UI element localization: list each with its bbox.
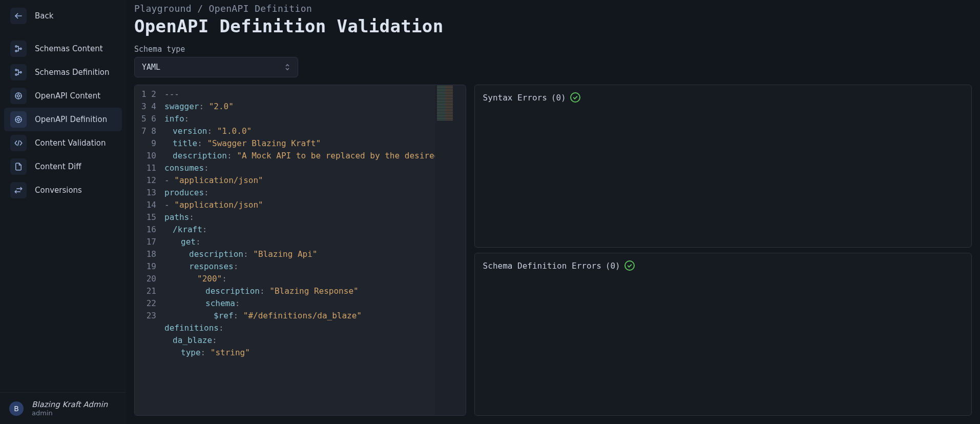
svg-point-10 xyxy=(17,118,20,121)
svg-point-5 xyxy=(15,74,17,75)
avatar: B xyxy=(9,401,24,416)
swap-icon xyxy=(10,182,27,198)
openapi-definition-icon xyxy=(10,111,27,128)
sidebar-item-conversions[interactable]: Conversions xyxy=(4,178,122,202)
user-name: Blazing Kraft Admin xyxy=(32,400,108,409)
file-diff-icon xyxy=(10,158,27,175)
sidebar-item-schemas-content[interactable]: Schemas Content xyxy=(4,37,122,60)
editor-minimap[interactable] xyxy=(435,85,466,415)
sidebar-item-label: Content Validation xyxy=(35,138,106,148)
sidebar-item-label: OpenAPI Definition xyxy=(35,115,107,124)
sidebar-item-content-validation[interactable]: Content Validation xyxy=(4,131,122,155)
sidebar-item-content-diff[interactable]: Content Diff xyxy=(4,155,122,178)
sidebar-item-openapi-definition[interactable]: OpenAPI Definition xyxy=(4,108,122,131)
editor-code[interactable]: --- swagger: "2.0" info: version: "1.0.0… xyxy=(162,85,435,415)
svg-point-2 xyxy=(15,50,17,52)
breadcrumb[interactable]: Playground / OpenAPI Definition xyxy=(134,3,972,14)
sidebar-item-label: Schemas Definition xyxy=(35,68,110,77)
yaml-editor[interactable]: 1 2 3 4 5 6 7 8 9 10 11 12 13 14 15 16 1… xyxy=(134,85,466,416)
schema-type-label: Schema type xyxy=(134,45,972,54)
page-title: OpenAPI Definition Validation xyxy=(134,16,972,36)
schema-errors-panel: Schema Definition Errors (0) xyxy=(474,253,972,416)
schema-errors-label: Schema Definition Errors xyxy=(483,261,601,271)
editor-gutter: 1 2 3 4 5 6 7 8 9 10 11 12 13 14 15 16 1… xyxy=(135,85,162,415)
sidebar-item-label: Schemas Content xyxy=(35,44,103,53)
svg-point-4 xyxy=(15,69,17,71)
check-circle-icon xyxy=(624,260,635,271)
schema-definition-icon xyxy=(10,64,27,80)
main: Playground / OpenAPI Definition OpenAPI … xyxy=(126,0,980,424)
sidebar-item-schemas-definition[interactable]: Schemas Definition xyxy=(4,60,122,84)
user-role: admin xyxy=(32,409,108,417)
svg-point-3 xyxy=(20,48,22,50)
schema-errors-count: (0) xyxy=(606,261,620,271)
sidebar: Back Schemas Content Schemas Definition … xyxy=(0,0,126,424)
schema-type-select[interactable]: YAML xyxy=(134,57,298,77)
sidebar-item-label: OpenAPI Content xyxy=(35,91,100,100)
syntax-errors-panel: Syntax Errors (0) xyxy=(474,85,972,248)
back-button[interactable]: Back xyxy=(4,4,122,28)
svg-point-1 xyxy=(15,46,17,47)
sidebar-item-openapi-content[interactable]: OpenAPI Content xyxy=(4,84,122,108)
check-circle-icon xyxy=(570,92,580,103)
sidebar-item-label: Back xyxy=(35,11,53,21)
svg-line-11 xyxy=(18,140,19,146)
arrow-left-icon xyxy=(10,8,27,24)
chevron-updown-icon xyxy=(284,63,290,71)
schema-type-value: YAML xyxy=(142,63,160,72)
svg-point-8 xyxy=(17,95,20,97)
sidebar-item-label: Content Diff xyxy=(35,162,81,171)
syntax-errors-count: (0) xyxy=(551,93,566,103)
user-block[interactable]: B Blazing Kraft Admin admin xyxy=(0,392,126,424)
schema-content-icon xyxy=(10,41,27,57)
code-brackets-icon xyxy=(10,135,27,151)
openapi-content-icon xyxy=(10,88,27,104)
sidebar-item-label: Conversions xyxy=(35,186,82,195)
svg-point-6 xyxy=(20,72,22,73)
syntax-errors-label: Syntax Errors xyxy=(483,93,547,103)
